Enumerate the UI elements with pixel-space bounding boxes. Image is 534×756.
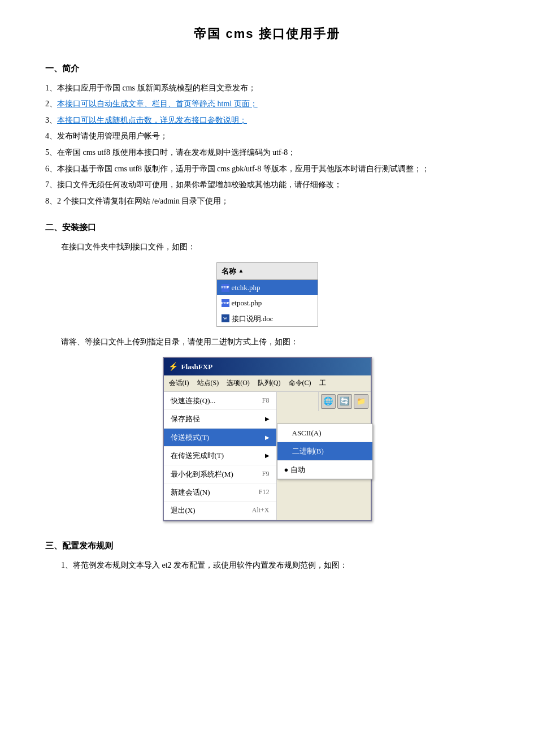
ftp-titlebar: ⚡ FlashFXP — [164, 358, 371, 375]
ftp-toolbar-icons: 🌐 🔄 📁 — [318, 392, 371, 411]
section-heading-config: 三、配置发布规则 — [45, 538, 489, 554]
ftp-menu-row-newsession[interactable]: 新建会话(N) F12 — [164, 483, 276, 502]
ftp-content-area: 快速连接(Q)... F8 保存路径 ▶ 传送模式(T) ▶ 在传送完成时(T)… — [164, 392, 371, 520]
page-title: 帝国 cms 接口使用手册 — [45, 23, 489, 45]
php-file-icon: PHP — [222, 284, 229, 292]
folder-icon: 📁 — [357, 395, 366, 408]
ftp-menu-row-transfermode[interactable]: 传送模式(T) ▶ — [164, 429, 276, 447]
install-intro-text: 在接口文件夹中找到接口文件，如图： — [61, 240, 489, 254]
ftp-key-altx: Alt+X — [252, 504, 270, 517]
file-list-header: 名称 ▲ — [217, 263, 318, 280]
globe-icon: 🌐 — [323, 394, 333, 408]
ftp-dropdown-menu: 快速连接(Q)... F8 保存路径 ▶ 传送模式(T) ▶ 在传送完成时(T)… — [164, 392, 277, 520]
arrow-icon-1: ▶ — [265, 414, 270, 424]
ftp-menu-row-quickconnect[interactable]: 快速连接(Q)... F8 — [164, 392, 276, 410]
ftp-submenu: ASCII(A) 二进制(B) ● 自动 — [277, 424, 373, 479]
file-list-figure: 名称 ▲ PHP etchk.php PHP etpost.php W 接口说明… — [45, 262, 489, 327]
intro-item-7: 7、接口文件无须任何改动即可使用，如果你希望增加校验或其他功能，请仔细修改； — [45, 178, 489, 193]
intro-item-1: 1、本接口应用于帝国 cms 版新闻系统模型的栏目文章发布； — [45, 81, 489, 96]
ftp-menu-command[interactable]: 命令(C) — [286, 377, 314, 390]
flashfxp-figure: ⚡ FlashFXP 会话(I) 站点(S) 选项(O) 队列(Q) 命令(C)… — [45, 357, 489, 521]
intro-item-4: 4、发布时请使用管理员用户帐号； — [45, 129, 489, 144]
ftp-key-f9: F9 — [262, 468, 270, 481]
link-random-click[interactable]: 本接口可以生成随机点击数，详见发布接口参数说明； — [57, 116, 247, 124]
sort-arrow-icon: ▲ — [238, 266, 244, 276]
ftp-menu-row-minimize[interactable]: 最小化到系统栏(M) F9 — [164, 465, 276, 483]
toolbar-icon-folder[interactable]: 📁 — [354, 394, 368, 409]
ftp-key-f8: F8 — [262, 395, 270, 407]
ftp-key-f12: F12 — [259, 486, 270, 499]
intro-item-8: 8、2 个接口文件请复制在网站 /e/admin 目录下使用； — [45, 194, 489, 209]
ftp-app-icon: ⚡ — [168, 360, 178, 374]
ftp-title-text: FlashFXP — [181, 360, 213, 373]
section-heading-intro: 一、简介 — [45, 61, 489, 76]
section-config: 三、配置发布规则 1、将范例发布规则文本导入 et2 发布配置，或使用软件内置发… — [45, 538, 489, 572]
doc-file-icon: W — [222, 314, 229, 322]
ftp-menu-options[interactable]: 选项(O) — [224, 377, 253, 390]
file-item-doc: W 接口说明.doc — [217, 311, 318, 326]
php-file-icon-2: PHP — [222, 299, 229, 307]
upload-text: 请将、等接口文件上传到指定目录，请使用二进制方式上传，如图： — [61, 335, 489, 349]
bullet-ascii — [284, 429, 289, 438]
intro-item-2: 2、本接口可以自动生成文章、栏目、首页等静态 html 页面； — [45, 97, 489, 112]
submenu-binary[interactable]: 二进制(B) — [277, 442, 372, 460]
ftp-menubar: 会话(I) 站点(S) 选项(O) 队列(Q) 命令(C) 工 — [164, 375, 371, 392]
intro-item-6: 6、本接口基于帝国 cms utf8 版制作，适用于帝国 cms gbk/utf… — [45, 162, 489, 177]
toolbar-icon-globe[interactable]: 🌐 — [321, 394, 336, 409]
section-intro: 一、简介 1、本接口应用于帝国 cms 版新闻系统模型的栏目文章发布； 2、本接… — [45, 61, 489, 209]
toolbar-icon-refresh[interactable]: 🔄 — [337, 394, 352, 409]
intro-item-5: 5、在帝国 cms utf8 版使用本接口时，请在发布规则中选择编码为 utf-… — [45, 145, 489, 161]
ftp-menu-queue[interactable]: 队列(Q) — [255, 377, 284, 390]
bullet-binary — [284, 447, 289, 456]
ftp-menu-site[interactable]: 站点(S) — [194, 377, 222, 390]
ftp-window: ⚡ FlashFXP 会话(I) 站点(S) 选项(O) 队列(Q) 命令(C)… — [163, 357, 372, 521]
arrow-icon-3: ▶ — [265, 451, 270, 461]
ftp-menu-row-savepath[interactable]: 保存路径 ▶ — [164, 410, 276, 428]
file-item-etchk: PHP etchk.php — [217, 280, 318, 295]
ftp-menu-row-afterdownload[interactable]: 在传送完成时(T) ▶ — [164, 447, 276, 465]
ftp-menu-more[interactable]: 工 — [316, 377, 329, 390]
submenu-auto[interactable]: ● 自动 — [277, 461, 372, 479]
section-install: 二、安装接口 在接口文件夹中找到接口文件，如图： 名称 ▲ PHP etchk.… — [45, 220, 489, 521]
ftp-menu-session[interactable]: 会话(I) — [166, 377, 192, 390]
file-item-etpost: PHP etpost.php — [217, 295, 318, 310]
file-list-box: 名称 ▲ PHP etchk.php PHP etpost.php W 接口说明… — [216, 262, 318, 327]
submenu-ascii[interactable]: ASCII(A) — [277, 424, 372, 442]
refresh-icon: 🔄 — [340, 394, 349, 408]
ftp-menu-row-exit[interactable]: 退出(X) Alt+X — [164, 502, 276, 520]
link-auto-generate[interactable]: 本接口可以自动生成文章、栏目、首页等静态 html 页面； — [57, 100, 258, 108]
config-item-1: 1、将范例发布规则文本导入 et2 发布配置，或使用软件内置发布规则范例，如图： — [61, 558, 489, 572]
intro-item-3: 3、本接口可以生成随机点击数，详见发布接口参数说明； — [45, 113, 489, 128]
arrow-icon-2: ▶ — [265, 433, 270, 443]
section-heading-install: 二、安装接口 — [45, 220, 489, 235]
